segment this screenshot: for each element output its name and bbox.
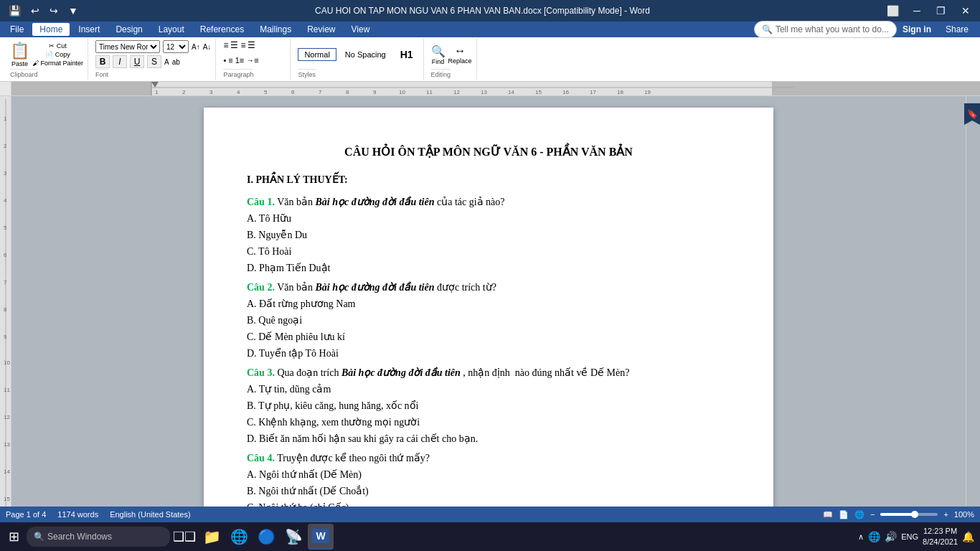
answer-4c: C. Ngôi thứ ba (chị Cốc) bbox=[247, 500, 730, 507]
task-view-button[interactable]: ❑❑ bbox=[171, 524, 197, 550]
sign-in-button[interactable]: Sign in bbox=[903, 24, 931, 34]
cut-button[interactable]: ✂ Cut bbox=[49, 42, 67, 50]
highlight-button[interactable]: ab bbox=[172, 58, 180, 66]
indent-button[interactable]: →≡ bbox=[246, 56, 258, 65]
tab-mailings[interactable]: Mailings bbox=[253, 23, 298, 36]
answer-2d: D. Tuyển tập Tô Hoài bbox=[247, 346, 730, 361]
chrome-browser-icon[interactable]: 🔵 bbox=[253, 524, 279, 550]
svg-text:14: 14 bbox=[4, 468, 10, 475]
svg-text:3: 3 bbox=[4, 170, 7, 176]
numbered-list-button[interactable]: 1≡ bbox=[235, 56, 245, 65]
answer-2b: B. Quê ngoại bbox=[247, 313, 730, 328]
bullet-list-button[interactable]: • ≡ bbox=[223, 56, 232, 65]
copy-button[interactable]: 📄 Copy bbox=[45, 51, 70, 58]
justify-button[interactable]: ☰ bbox=[248, 40, 255, 50]
find-button[interactable]: 🔍 Find bbox=[431, 44, 446, 65]
format-painter-button[interactable]: 🖌 Format Painter bbox=[32, 60, 83, 67]
document-page: CÂU HỎI ÔN TẬP MÔN NGỮ VĂN 6 - PHẦN VĂN … bbox=[204, 108, 773, 507]
screen-mode-icon[interactable]: ⬜ bbox=[884, 4, 902, 18]
align-center-button[interactable]: ☰ bbox=[230, 40, 238, 50]
underline-button[interactable]: U bbox=[130, 55, 144, 68]
font-group: Times New Roman 12 A↑ A↓ B I U S A ab Fo… bbox=[91, 39, 216, 80]
svg-text:11: 11 bbox=[426, 89, 433, 95]
styles-group: Normal No Spacing H1 Styles bbox=[293, 39, 423, 80]
edge-browser-icon[interactable]: 🌐 bbox=[226, 524, 252, 550]
decrease-font-button[interactable]: A↓ bbox=[203, 43, 212, 51]
svg-text:17: 17 bbox=[590, 89, 596, 95]
question-1-label: Câu 1. bbox=[247, 197, 275, 207]
file-explorer-icon[interactable]: 📁 bbox=[199, 524, 225, 550]
increase-font-button[interactable]: A↑ bbox=[192, 43, 200, 51]
up-arrow-icon[interactable]: ∧ bbox=[858, 532, 864, 542]
horizontal-ruler: 1 2 3 4 5 6 7 8 9 10 11 12 13 14 15 16 1… bbox=[0, 82, 980, 96]
language-indicator: English (United States) bbox=[110, 510, 191, 519]
svg-text:8: 8 bbox=[346, 89, 349, 95]
tab-file[interactable]: File bbox=[3, 23, 31, 36]
window-title: CAU HOI ON TAP MON NGU VAN 6 PHAN VAN BA… bbox=[81, 6, 884, 16]
view-web-icon[interactable]: 🌐 bbox=[854, 510, 864, 519]
quick-access-toolbar: 💾 ↩ ↪ ▼ bbox=[6, 4, 81, 18]
view-print-icon[interactable]: 📄 bbox=[839, 510, 849, 519]
svg-text:14: 14 bbox=[508, 89, 514, 95]
zoom-slider[interactable] bbox=[880, 513, 938, 516]
no-spacing-style[interactable]: No Spacing bbox=[339, 49, 392, 60]
search-icon: 🔍 bbox=[762, 24, 773, 34]
redo-icon[interactable]: ↪ bbox=[47, 4, 61, 18]
view-read-icon[interactable]: 📖 bbox=[823, 510, 833, 519]
undo-icon[interactable]: ↩ bbox=[28, 4, 42, 18]
notification-icon[interactable]: 🔔 bbox=[962, 531, 974, 542]
font-color-button[interactable]: A bbox=[164, 58, 169, 66]
start-button[interactable]: ⊞ bbox=[3, 526, 25, 547]
word-app-icon[interactable]: W bbox=[308, 524, 334, 550]
svg-text:15: 15 bbox=[535, 89, 542, 95]
save-icon[interactable]: 💾 bbox=[6, 4, 24, 18]
bookmark-icon[interactable]: 🔖 bbox=[964, 103, 980, 125]
network-icon[interactable]: 🌐 bbox=[868, 531, 880, 542]
customize-qat-icon[interactable]: ▼ bbox=[65, 4, 81, 18]
answer-2c: C. Dế Mèn phiêu lưu kí bbox=[247, 329, 730, 344]
tab-design[interactable]: Design bbox=[108, 23, 149, 36]
word-count: 1174 words bbox=[57, 510, 98, 519]
taskbar: ⊞ 🔍 Search Windows ❑❑ 📁 🌐 🔵 📡 W ∧ 🌐 🔊 EN… bbox=[0, 522, 980, 551]
search-box-container[interactable]: 🔍 Search Windows bbox=[27, 527, 170, 547]
tab-home[interactable]: Home bbox=[32, 23, 70, 36]
document-area[interactable]: CÂU HỎI ÔN TẬP MÔN NGỮ VĂN 6 - PHẦN VĂN … bbox=[11, 96, 966, 507]
font-family-select[interactable]: Times New Roman bbox=[95, 40, 160, 53]
clipboard-label: Clipboard bbox=[10, 69, 38, 78]
zoom-out-button[interactable]: − bbox=[870, 510, 875, 519]
minimize-button[interactable]: ─ bbox=[909, 5, 925, 17]
svg-text:1: 1 bbox=[155, 89, 159, 95]
heading1-style[interactable]: H1 bbox=[395, 47, 419, 62]
close-button[interactable]: ✕ bbox=[957, 5, 974, 17]
font-size-select[interactable]: 12 bbox=[163, 40, 189, 53]
zoom-level: 100% bbox=[954, 510, 974, 519]
align-right-button[interactable]: ≡ bbox=[240, 40, 245, 50]
italic-button[interactable]: I bbox=[113, 55, 127, 68]
question-4-label: Câu 4. bbox=[247, 453, 275, 463]
bold-button[interactable]: B bbox=[95, 55, 110, 68]
svg-text:5: 5 bbox=[4, 225, 7, 231]
tell-me-text: Tell me what you want to do... bbox=[776, 24, 889, 34]
answer-1b: B. Nguyễn Du bbox=[247, 227, 730, 242]
status-right: 📖 📄 🌐 − + 100% bbox=[823, 510, 974, 519]
tab-insert[interactable]: Insert bbox=[71, 23, 107, 36]
align-left-button[interactable]: ≡ bbox=[223, 40, 228, 50]
tab-review[interactable]: Review bbox=[300, 23, 342, 36]
editing-group: 🔍 Find ↔ Replace Editing bbox=[427, 39, 477, 80]
system-clock[interactable]: 12:23 PM 8/24/2021 bbox=[923, 526, 958, 548]
tab-layout[interactable]: Layout bbox=[151, 23, 192, 36]
tell-me-input[interactable]: 🔍 Tell me what you want to do... bbox=[754, 21, 897, 38]
answer-4a: A. Ngôi thứ nhất (Dế Mèn) bbox=[247, 467, 730, 482]
tab-view[interactable]: View bbox=[344, 23, 377, 36]
tab-references[interactable]: References bbox=[193, 23, 251, 36]
replace-button[interactable]: ↔ Replace bbox=[448, 44, 472, 65]
paste-button[interactable]: 📋 Paste bbox=[10, 42, 29, 67]
share-button[interactable]: Share bbox=[937, 22, 977, 37]
restore-button[interactable]: ❐ bbox=[932, 5, 950, 17]
zoom-in-button[interactable]: + bbox=[943, 510, 948, 519]
teams-icon[interactable]: 📡 bbox=[281, 524, 306, 550]
normal-style[interactable]: Normal bbox=[298, 48, 336, 61]
answer-1a: A. Tô Hữu bbox=[247, 211, 730, 226]
strikethrough-button[interactable]: S bbox=[147, 55, 161, 68]
volume-icon[interactable]: 🔊 bbox=[885, 531, 897, 542]
